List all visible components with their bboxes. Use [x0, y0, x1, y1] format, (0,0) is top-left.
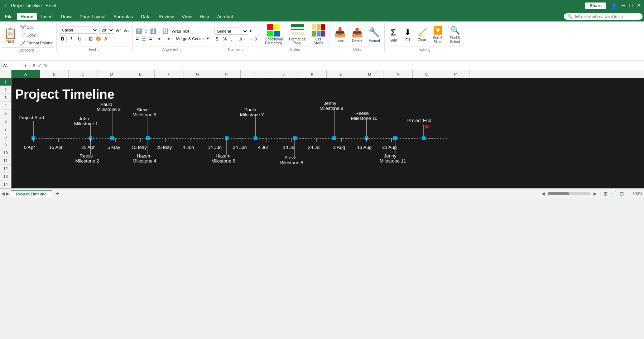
row-header-14[interactable]: 14	[0, 180, 11, 188]
find-select-button[interactable]: 🔍 Find &Select	[447, 24, 463, 46]
orientation-button[interactable]: 🔃	[161, 28, 169, 34]
align-middle-button[interactable]: ↕️	[144, 28, 148, 34]
bold-button[interactable]: B	[59, 35, 67, 42]
font-family-select[interactable]: Calibri	[59, 26, 98, 34]
row-header-5[interactable]: 5	[0, 110, 11, 117]
scroll-right-icon[interactable]: ▶	[6, 191, 9, 196]
insert-function-icon[interactable]: fx	[43, 63, 47, 68]
col-header-l[interactable]: L	[327, 70, 355, 78]
sheet-tab-project-timeline[interactable]: Project Timeline	[11, 190, 52, 197]
row-header-6[interactable]: 6	[0, 117, 11, 125]
row-header-7[interactable]: 7	[0, 125, 11, 133]
col-header-n[interactable]: N	[384, 70, 413, 78]
formula-input[interactable]	[48, 63, 643, 68]
cell-styles-button[interactable]: CellStyles	[309, 24, 327, 46]
menu-insert[interactable]: Insert	[38, 13, 57, 20]
copy-button[interactable]: 📄Copy	[19, 32, 54, 39]
cell-reference-box[interactable]	[1, 62, 23, 69]
add-sheet-button[interactable]: +	[53, 190, 62, 197]
align-bottom-button[interactable]: ⬇️	[149, 28, 157, 34]
row-header-11[interactable]: 11	[0, 157, 11, 165]
sort-filter-button[interactable]: 🔽 Sort &Filter	[430, 24, 446, 46]
row-header-3[interactable]: 3	[0, 94, 11, 102]
row-header-9[interactable]: 9	[0, 141, 11, 149]
align-center-button[interactable]: ☰	[140, 35, 147, 42]
col-header-f[interactable]: F	[155, 70, 183, 78]
align-left-button[interactable]: ≡	[135, 35, 140, 42]
col-header-o[interactable]: O	[413, 70, 441, 78]
col-header-h[interactable]: H	[212, 70, 241, 78]
menu-home[interactable]: Home	[17, 13, 37, 20]
comma-button[interactable]: ,	[230, 36, 234, 42]
row-header-1[interactable]: 1	[0, 78, 11, 86]
number-format-select[interactable]: General	[214, 28, 248, 35]
increase-indent-button[interactable]: ⇥	[164, 35, 171, 42]
fill-button[interactable]: ⬇ Fill	[401, 24, 414, 46]
format-as-table-button[interactable]: Format asTable	[287, 24, 307, 46]
col-header-i[interactable]: I	[241, 70, 269, 78]
menu-review[interactable]: Review	[155, 13, 178, 20]
conditional-formatting-button[interactable]: ConditionalFormatting	[263, 24, 285, 46]
format-button[interactable]: 🔧 Format	[366, 24, 382, 46]
col-header-g[interactable]: G	[183, 70, 212, 78]
normal-view-button[interactable]: ⊞	[604, 191, 608, 197]
col-header-b[interactable]: B	[40, 70, 69, 78]
row-header-8[interactable]: 8	[0, 133, 11, 141]
scroll-bar-left[interactable]: ◀	[542, 191, 545, 196]
currency-button[interactable]: $	[214, 36, 220, 42]
menu-formulas[interactable]: Formulas	[110, 13, 136, 20]
menu-file[interactable]: File	[1, 13, 16, 20]
expand-formula-bar-icon[interactable]: ▾	[24, 63, 27, 68]
menu-draw[interactable]: Draw	[57, 13, 75, 20]
increase-font-size-button[interactable]: A↑	[115, 27, 122, 33]
col-header-p[interactable]: P	[441, 70, 470, 78]
menu-data[interactable]: Data	[137, 13, 154, 20]
clear-button[interactable]: 🧹 Clear	[415, 24, 428, 46]
page-break-view-button[interactable]: ⊟	[620, 191, 624, 197]
menu-view[interactable]: View	[178, 13, 195, 20]
col-header-a[interactable]: A	[11, 70, 40, 78]
col-header-j[interactable]: J	[269, 70, 298, 78]
decrease-indent-button[interactable]: ⇤	[157, 35, 164, 42]
scroll-left-icon[interactable]: ◀	[1, 191, 5, 196]
cancel-formula-icon[interactable]: ✗	[32, 63, 36, 68]
menu-help[interactable]: Help	[196, 13, 213, 20]
col-header-e[interactable]: E	[126, 70, 155, 78]
insert-button[interactable]: 📥 Insert	[332, 24, 348, 46]
menu-page-layout[interactable]: Page Layout	[76, 13, 109, 20]
row-header-13[interactable]: 13	[0, 173, 11, 180]
scroll-bar-right[interactable]: ▶	[593, 191, 597, 196]
align-top-button[interactable]: ⬆️	[135, 28, 143, 34]
fill-color-button[interactable]: 🎨	[95, 36, 102, 42]
share-button[interactable]: Share	[585, 3, 606, 9]
increase-decimal-button[interactable]: ←.0	[249, 37, 258, 42]
col-header-d[interactable]: D	[97, 70, 126, 78]
cut-button[interactable]: ✂️Cut	[19, 24, 54, 31]
col-header-c[interactable]: C	[69, 70, 97, 78]
percent-button[interactable]: %	[221, 36, 228, 42]
col-header-m[interactable]: M	[355, 70, 384, 78]
decrease-font-size-button[interactable]: A↓	[123, 27, 130, 33]
borders-button[interactable]: ⊞	[88, 36, 94, 42]
wrap-text-button[interactable]: Wrap Text	[170, 29, 191, 34]
row-header-2[interactable]: 2	[0, 86, 11, 94]
paste-button[interactable]: 📋 Paste	[2, 24, 18, 46]
autosum-button[interactable]: Σ Sum	[387, 24, 400, 46]
row-header-4[interactable]: 4	[0, 102, 11, 110]
confirm-formula-icon[interactable]: ✓	[38, 63, 42, 68]
font-color-button[interactable]: A	[103, 36, 109, 42]
menu-acrobat[interactable]: Acrobat	[213, 13, 237, 20]
decrease-decimal-button[interactable]: .0→	[238, 37, 247, 42]
row-header-12[interactable]: 12	[0, 165, 11, 173]
align-right-button[interactable]: ≡	[148, 35, 153, 42]
search-input[interactable]	[574, 14, 639, 19]
format-painter-button[interactable]: 🖌️Format Painter	[19, 39, 54, 47]
delete-button[interactable]: 📤 Delete	[349, 24, 365, 46]
font-size-select[interactable]: 28	[99, 26, 114, 34]
col-header-k[interactable]: K	[298, 70, 327, 78]
underline-button[interactable]: U	[76, 36, 84, 42]
italic-button[interactable]: I	[67, 36, 75, 42]
merge-center-button[interactable]: Merge & Center	[175, 36, 206, 41]
row-header-10[interactable]: 10	[0, 149, 11, 157]
page-layout-view-button[interactable]: 📄	[611, 191, 617, 197]
